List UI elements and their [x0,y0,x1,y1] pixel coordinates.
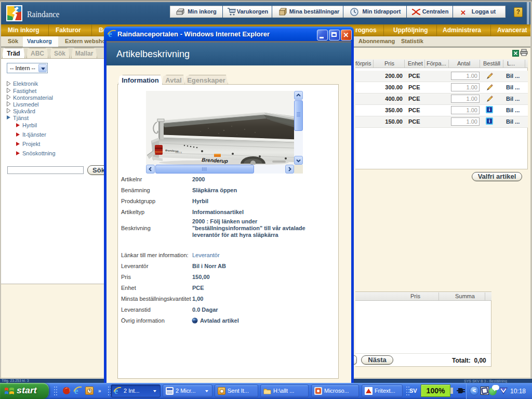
svg-text:2300 S: 2300 S [175,151,182,154]
